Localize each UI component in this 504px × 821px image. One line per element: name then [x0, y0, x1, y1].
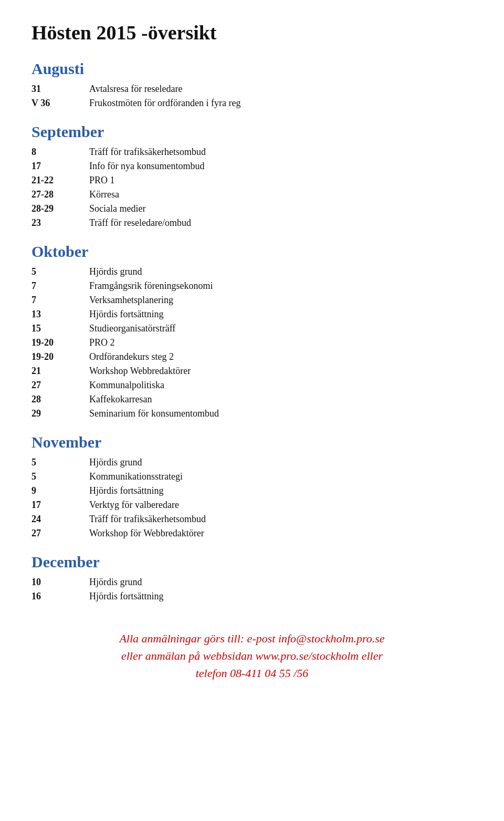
- table-row: 21-22PRO 1: [32, 173, 472, 188]
- section-november: November5Hjördis grund5Kommunikationsstr…: [32, 433, 472, 541]
- page-title: Hösten 2015 -översikt: [32, 21, 472, 44]
- event-date: 5: [32, 265, 89, 279]
- event-description: Hjördis grund: [89, 455, 472, 470]
- event-date: 5: [32, 455, 89, 470]
- table-row: 28-29Sociala medier: [32, 202, 472, 216]
- section-header-december: December: [32, 553, 472, 571]
- section-header-augusti: Augusti: [32, 60, 472, 78]
- table-row: 27-28Körresa: [32, 188, 472, 202]
- table-row: 13Hjördis fortsättning: [32, 307, 472, 321]
- event-date: 21-22: [32, 173, 89, 188]
- event-description: Verktyg för valberedare: [89, 498, 472, 512]
- event-description: Workshop Webbredaktörer: [89, 364, 472, 378]
- section-oktober: Oktober5Hjördis grund7Framgångsrik fören…: [32, 243, 472, 421]
- event-description: Workshop för Webbredaktörer: [89, 526, 472, 541]
- event-table-oktober: 5Hjördis grund7Framgångsrik föreningseko…: [32, 265, 472, 421]
- section-september: September8Träff för trafiksäkerhetsombud…: [32, 123, 472, 230]
- footer-text: Alla anmälningar görs till: e-post info@…: [32, 630, 472, 682]
- event-date: 29: [32, 407, 89, 421]
- event-description: Seminarium för konsumentombud: [89, 407, 472, 421]
- event-description: Ordförandekurs steg 2: [89, 350, 472, 364]
- section-header-oktober: Oktober: [32, 243, 472, 261]
- table-row: 10Hjördis grund: [32, 575, 472, 589]
- event-description: Info för nya konsumentombud: [89, 159, 472, 173]
- section-header-september: September: [32, 123, 472, 141]
- event-description: Träff för reseledare/ombud: [89, 216, 472, 230]
- event-description: Träff för trafiksäkerhetsombud: [89, 512, 472, 526]
- event-table-december: 10Hjördis grund16Hjördis fortsättning: [32, 575, 472, 604]
- event-description: Framgångsrik föreningsekonomi: [89, 279, 472, 293]
- section-augusti: Augusti31Avtalsresa för reseledareV 36Fr…: [32, 60, 472, 110]
- table-row: 19-20PRO 2: [32, 336, 472, 350]
- table-row: 5Hjördis grund: [32, 455, 472, 470]
- event-description: Sociala medier: [89, 202, 472, 216]
- event-description: Hjördis fortsättning: [89, 589, 472, 604]
- event-date: 17: [32, 159, 89, 173]
- event-description: Studieorganisatörsträff: [89, 321, 472, 336]
- event-date: 8: [32, 145, 89, 159]
- event-date: 5: [32, 470, 89, 484]
- event-date: 27: [32, 378, 89, 392]
- event-date: 31: [32, 82, 89, 96]
- event-table-augusti: 31Avtalsresa för reseledareV 36Frukostmö…: [32, 82, 472, 110]
- event-description: PRO 1: [89, 173, 472, 188]
- table-row: V 36Frukostmöten för ordföranden i fyra …: [32, 96, 472, 110]
- table-row: 17Verktyg för valberedare: [32, 498, 472, 512]
- event-date: 16: [32, 589, 89, 604]
- table-row: 17Info för nya konsumentombud: [32, 159, 472, 173]
- event-date: 7: [32, 279, 89, 293]
- event-date: 24: [32, 512, 89, 526]
- event-description: Kommunikationsstrategi: [89, 470, 472, 484]
- event-description: Frukostmöten för ordföranden i fyra reg: [89, 96, 472, 110]
- event-description: PRO 2: [89, 336, 472, 350]
- table-row: 27Workshop för Webbredaktörer: [32, 526, 472, 541]
- table-row: 7Verksamhetsplanering: [32, 293, 472, 307]
- event-date: 28: [32, 392, 89, 407]
- table-row: 23Träff för reseledare/ombud: [32, 216, 472, 230]
- event-description: Kaffekokarresan: [89, 392, 472, 407]
- event-date: 19-20: [32, 336, 89, 350]
- table-row: 5Kommunikationsstrategi: [32, 470, 472, 484]
- event-date: 23: [32, 216, 89, 230]
- section-december: December10Hjördis grund16Hjördis fortsät…: [32, 553, 472, 604]
- event-date: 28-29: [32, 202, 89, 216]
- event-date: 10: [32, 575, 89, 589]
- event-date: 15: [32, 321, 89, 336]
- event-description: Kommunalpolitiska: [89, 378, 472, 392]
- event-description: Körresa: [89, 188, 472, 202]
- event-date: 7: [32, 293, 89, 307]
- event-date: 17: [32, 498, 89, 512]
- table-row: 5Hjördis grund: [32, 265, 472, 279]
- table-row: 24Träff för trafiksäkerhetsombud: [32, 512, 472, 526]
- event-description: Hjördis fortsättning: [89, 307, 472, 321]
- event-table-november: 5Hjördis grund5Kommunikationsstrategi9Hj…: [32, 455, 472, 541]
- table-row: 19-20Ordförandekurs steg 2: [32, 350, 472, 364]
- event-date: 21: [32, 364, 89, 378]
- event-date: V 36: [32, 96, 89, 110]
- footer-line2: eller anmälan på webbsidan www.pro.se/st…: [32, 647, 472, 664]
- event-date: 27: [32, 526, 89, 541]
- table-row: 7Framgångsrik föreningsekonomi: [32, 279, 472, 293]
- event-description: Hjördis fortsättning: [89, 484, 472, 498]
- event-date: 9: [32, 484, 89, 498]
- footer-line3: telefon 08-411 04 55 /56: [32, 664, 472, 682]
- section-header-november: November: [32, 433, 472, 451]
- event-description: Verksamhetsplanering: [89, 293, 472, 307]
- footer-line1: Alla anmälningar görs till: e-post info@…: [32, 630, 472, 647]
- table-row: 21Workshop Webbredaktörer: [32, 364, 472, 378]
- event-description: Hjördis grund: [89, 575, 472, 589]
- event-date: 27-28: [32, 188, 89, 202]
- table-row: 28Kaffekokarresan: [32, 392, 472, 407]
- table-row: 31Avtalsresa för reseledare: [32, 82, 472, 96]
- table-row: 9Hjördis fortsättning: [32, 484, 472, 498]
- table-row: 29Seminarium för konsumentombud: [32, 407, 472, 421]
- table-row: 27Kommunalpolitiska: [32, 378, 472, 392]
- event-description: Träff för trafiksäkerhetsombud: [89, 145, 472, 159]
- table-row: 15Studieorganisatörsträff: [32, 321, 472, 336]
- event-description: Hjördis grund: [89, 265, 472, 279]
- table-row: 16Hjördis fortsättning: [32, 589, 472, 604]
- event-description: Avtalsresa för reseledare: [89, 82, 472, 96]
- table-row: 8Träff för trafiksäkerhetsombud: [32, 145, 472, 159]
- sections-container: Augusti31Avtalsresa för reseledareV 36Fr…: [32, 60, 472, 604]
- event-date: 13: [32, 307, 89, 321]
